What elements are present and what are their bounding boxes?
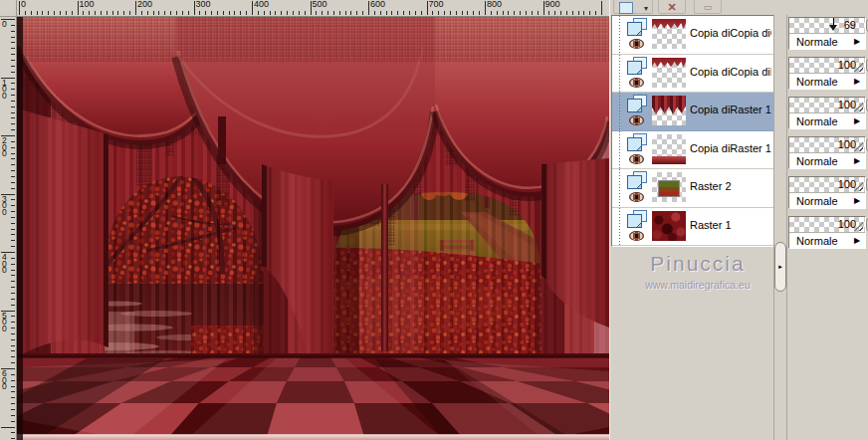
layer-opacity-value: 100 (838, 59, 856, 72)
layer-thumbnail (652, 211, 686, 241)
layer-row[interactable]: Raster 1 (612, 208, 773, 247)
new-layer-button[interactable]: ▾ (613, 0, 653, 14)
layer-type-icon (627, 133, 648, 152)
layer-blend-mode[interactable]: Normale ▶ (789, 74, 865, 90)
layer-name: Raster 1 (690, 208, 771, 246)
layer-blend-mode[interactable]: Normale ▶ (789, 193, 865, 209)
layer-row[interactable]: Copia diCopia diCopi (612, 16, 773, 55)
layer-blend-mode[interactable]: Normale ▶ (789, 113, 865, 129)
layer-type-icon (627, 57, 648, 76)
layer-name: Copia diCopia diCopi (690, 16, 771, 54)
layer-opacity-slider[interactable]: 100 (789, 177, 865, 193)
layer-type-icon (627, 171, 648, 190)
layers-palette: ▾ ✕ ▭ Copia diCopia diCopi (609, 0, 868, 440)
layer-control-block: 100 Normale ▶ (788, 97, 866, 129)
layer-name: Copia diRaster 1 (690, 93, 771, 130)
layer-thumbnail (652, 58, 686, 88)
layer-list: Copia diCopia diCopi Copia diCopia diRas… (611, 15, 773, 247)
visibility-eye-icon[interactable] (629, 192, 644, 202)
layer-controls: 69 Normale ▶ 100 Normale ▶ 100 Normale ▶ (787, 0, 868, 440)
edit-selection-button[interactable]: ▭ (694, 0, 722, 14)
layer-opacity-slider[interactable]: 100 (789, 217, 865, 233)
layer-type-icon (627, 18, 648, 37)
app-window: { "rulers": { "horizontal_labels": ["0",… (0, 0, 868, 440)
layer-control-block: 69 Normale ▶ (788, 17, 866, 50)
visibility-eye-icon[interactable] (629, 78, 644, 88)
layer-opacity-value: 100 (838, 138, 856, 151)
layer-name: Copia diCopia diRast (690, 55, 771, 93)
tree-line (619, 208, 620, 246)
layer-opacity-slider[interactable]: 69 (789, 18, 865, 34)
blend-dropdown-arrow-icon[interactable]: ▶ (851, 35, 863, 48)
splitter-handle[interactable]: ▸ (774, 242, 786, 292)
watermark: Pinuccia www.maidiregrafica.eu (610, 252, 785, 291)
layer-opacity-value: 100 (838, 99, 856, 111)
blend-mode-value: Normale (796, 154, 838, 168)
layer-thumbnail (652, 96, 686, 125)
visibility-eye-icon[interactable] (629, 39, 644, 49)
layer-control-block: 100 Normale ▶ (788, 216, 866, 249)
layer-name: Copia diRaster 1 (690, 131, 771, 169)
layer-type-icon (627, 95, 648, 113)
visibility-eye-icon[interactable] (629, 154, 644, 164)
layer-name: Raster 2 (690, 169, 771, 207)
delete-layer-button[interactable]: ✕ (658, 0, 686, 14)
chevron-down-icon: ▾ (644, 0, 648, 15)
blend-mode-value: Normale (796, 234, 838, 248)
layer-row[interactable]: Copia diCopia diRast (612, 55, 773, 94)
layer-opacity-slider[interactable]: 100 (789, 137, 865, 153)
layer-opacity-value: 100 (838, 218, 856, 231)
canvas-image[interactable] (17, 17, 609, 440)
layer-opacity-slider[interactable]: 100 (789, 58, 865, 74)
tree-line (619, 16, 620, 54)
blend-dropdown-arrow-icon[interactable]: ▶ (851, 114, 863, 127)
layer-type-icon (627, 210, 648, 229)
tree-line (619, 93, 620, 130)
palette-splitter[interactable]: ▸ (773, 15, 787, 440)
layer-blend-mode[interactable]: Normale ▶ (789, 34, 865, 50)
splitter-arrow-icon: ▸ (778, 263, 782, 270)
new-layer-icon (619, 2, 633, 14)
ruler-vertical: 0100200300400500600 (0, 17, 17, 440)
layer-thumbnail (652, 172, 686, 202)
layer-blend-mode[interactable]: Normale ▶ (789, 233, 865, 249)
visibility-eye-icon[interactable] (629, 115, 644, 125)
layer-control-block: 100 Normale ▶ (788, 176, 866, 209)
layer-row[interactable]: Raster 2 (612, 169, 773, 208)
blend-dropdown-arrow-icon[interactable]: ▶ (851, 194, 863, 207)
tree-line (619, 55, 620, 93)
blend-mode-value: Normale (796, 35, 838, 49)
layer-blend-mode[interactable]: Normale ▶ (789, 153, 865, 169)
layer-row[interactable]: Copia diRaster 1 (612, 93, 773, 131)
blend-dropdown-arrow-icon[interactable]: ▶ (851, 234, 863, 247)
layer-opacity-value: 100 (838, 178, 856, 191)
layer-opacity-slider[interactable]: 100 (789, 98, 865, 113)
ruler-horizontal: 0100200300400500600700800900 (17, 0, 609, 17)
visibility-eye-icon[interactable] (629, 231, 644, 241)
layer-thumbnail (652, 19, 686, 49)
layer-row[interactable]: Copia diRaster 1 (612, 131, 773, 170)
delete-icon: ✕ (667, 0, 676, 15)
tree-line (619, 131, 620, 169)
blend-dropdown-arrow-icon[interactable]: ▶ (851, 154, 863, 167)
blend-mode-value: Normale (796, 75, 838, 89)
layer-thumbnail (652, 134, 686, 164)
blend-dropdown-arrow-icon[interactable]: ▶ (851, 75, 863, 88)
edit-selection-icon: ▭ (704, 0, 713, 15)
layer-opacity-value: 69 (844, 19, 856, 32)
opacity-slider-handle[interactable] (829, 18, 838, 32)
watermark-title: Pinuccia (610, 252, 785, 276)
watermark-url: www.maidiregrafica.eu (610, 279, 785, 291)
ruler-corner (0, 0, 17, 17)
blend-mode-value: Normale (796, 114, 838, 128)
blend-mode-value: Normale (796, 194, 838, 208)
tree-line (619, 169, 620, 207)
layer-control-block: 100 Normale ▶ (788, 136, 866, 169)
layer-control-block: 100 Normale ▶ (788, 57, 866, 90)
